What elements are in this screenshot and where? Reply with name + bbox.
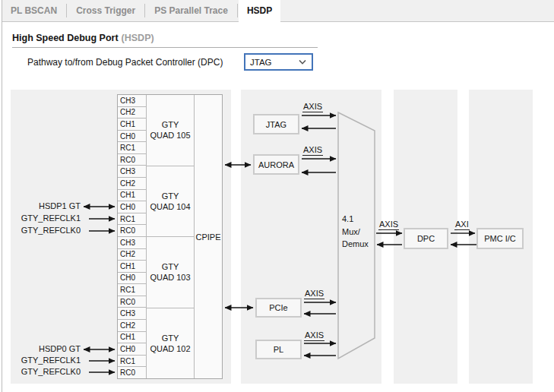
- mux-label-line2: Mux/: [342, 226, 369, 239]
- channel-cell: CH2: [118, 249, 147, 261]
- tab-separator: [237, 4, 238, 17]
- quad-column: GTY QUAD 105 GTY QUAD 104 GTY QUAD 103 G…: [147, 95, 195, 378]
- quad-type: GTY: [162, 261, 179, 272]
- channel-cell: CH3: [118, 237, 147, 249]
- axis-label-pl: AXIS: [304, 330, 324, 341]
- tab-cross-trigger[interactable]: Cross Trigger: [68, 0, 144, 21]
- port-gty-refclk1-top: GTY_REFCLK1: [11, 213, 81, 223]
- port-gty-refclk0-top: GTY_REFCLK0: [11, 226, 81, 235]
- page-title: High Speed Debug Port(HSDP): [12, 33, 154, 43]
- channel-cell: CH3: [118, 166, 147, 178]
- page-title-suffix: (HSDP): [122, 33, 154, 43]
- pl-block: PL: [255, 340, 302, 359]
- tab-separator: [66, 4, 67, 17]
- channel-cell: CH1: [118, 261, 147, 273]
- pmc-ic-block: PMC I/C: [476, 228, 524, 249]
- chevron-down-icon: [299, 60, 306, 65]
- channel-cell: RC0: [118, 367, 147, 378]
- channel-cell: CH3: [118, 308, 147, 320]
- channel-cell: CH0: [118, 273, 147, 285]
- quad-type: GTY: [162, 333, 179, 343]
- tab-hsdp[interactable]: HSDP: [239, 0, 280, 21]
- aurora-block: AURORA: [253, 154, 299, 175]
- channel-cell: CH0: [118, 131, 147, 143]
- pathway-select[interactable]: JTAG: [244, 53, 313, 71]
- hsdp-debug-settings-panel: PL BSCAN Cross Trigger PS Parallel Trace…: [0, 0, 554, 392]
- axis-label-pcie: AXIS: [304, 289, 324, 299]
- channel-cell: CH0: [118, 343, 147, 356]
- mux-demux-label: 4.1 Mux/ Demux: [342, 213, 369, 251]
- tab-separator: [144, 4, 145, 17]
- channel-cell: CH1: [118, 119, 147, 131]
- quad-type: GTY: [162, 119, 179, 130]
- channel-cell: CH1: [118, 190, 147, 202]
- pathway-select-value: JTAG: [250, 58, 272, 67]
- pcie-block: PCIe: [255, 298, 302, 318]
- channel-cell: RC1: [118, 356, 147, 368]
- pathway-label: Pathway to/from Debug Packet Controller …: [27, 57, 223, 68]
- axi-label-pmc: AXI: [454, 220, 470, 230]
- port-hsdp0-gt: HSDP0 GT: [11, 344, 81, 353]
- quad-104: GTY QUAD 104: [147, 166, 195, 238]
- quad-103: GTY QUAD 103: [147, 237, 195, 308]
- port-gty-refclk0-bottom: GTY_REFCLK0: [11, 367, 81, 376]
- axis-label-dpc: AXIS: [378, 220, 399, 230]
- axis-label-jtag: AXIS: [302, 102, 323, 112]
- cpipe-block: CPIPE: [195, 95, 222, 378]
- channel-cell: CH2: [118, 320, 147, 332]
- quad-105: GTY QUAD 105: [147, 95, 195, 166]
- heading-underline: [12, 47, 318, 48]
- axis-label-aurora: AXIS: [302, 145, 323, 156]
- quad-name: QUAD 105: [150, 130, 190, 141]
- quad-type: GTY: [162, 191, 179, 201]
- gty-quad-block: CH3 CH2 CH1 CH0 RC1 RC0 CH3 CH2 CH1 CH0 …: [117, 94, 223, 379]
- channel-cell: RC0: [118, 154, 147, 166]
- channel-cell: RC0: [118, 225, 147, 237]
- dpc-block: DPC: [404, 228, 448, 249]
- jtag-block: JTAG: [253, 114, 299, 134]
- channel-column: CH3 CH2 CH1 CH0 RC1 RC0 CH3 CH2 CH1 CH0 …: [118, 95, 147, 378]
- channel-cell: CH2: [118, 178, 147, 190]
- page-title-text: High Speed Debug Port: [12, 33, 119, 43]
- tab-ps-parallel-trace[interactable]: PS Parallel Trace: [146, 0, 236, 21]
- window-left-border: [2, 0, 2, 392]
- channel-cell: RC0: [118, 296, 147, 308]
- tab-bar: PL BSCAN Cross Trigger PS Parallel Trace…: [2, 0, 554, 22]
- mux-label-line1: 4.1: [342, 213, 369, 226]
- quad-102: GTY QUAD 102: [147, 308, 195, 379]
- tab-pl-bscan[interactable]: PL BSCAN: [2, 0, 65, 21]
- port-hsdp1-gt: HSDP1 GT: [11, 201, 81, 210]
- channel-cell: RC1: [118, 284, 147, 296]
- channel-cell: CH0: [118, 201, 147, 213]
- channel-cell: RC1: [118, 213, 147, 226]
- channel-cell: CH3: [118, 95, 147, 107]
- mux-label-line3: Demux: [342, 238, 369, 251]
- quad-name: QUAD 104: [150, 201, 190, 212]
- quad-name: QUAD 102: [150, 343, 190, 354]
- channel-cell: CH2: [118, 107, 147, 119]
- channel-cell: RC1: [118, 142, 147, 154]
- channel-cell: CH1: [118, 332, 147, 344]
- quad-name: QUAD 103: [150, 272, 190, 283]
- port-gty-refclk1-bottom: GTY_REFCLK1: [11, 356, 81, 365]
